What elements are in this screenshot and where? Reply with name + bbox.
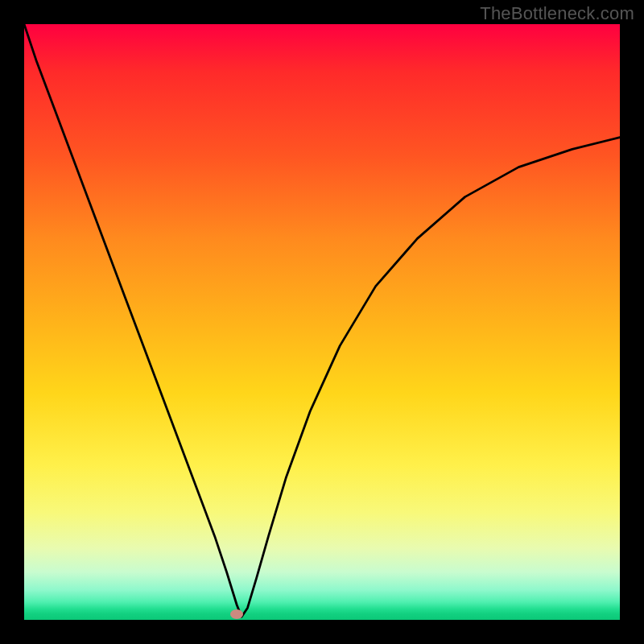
- watermark-text: TheBottleneck.com: [480, 3, 634, 24]
- chart-svg: [24, 24, 620, 620]
- optimum-marker: [230, 609, 243, 619]
- chart-frame: [24, 24, 620, 620]
- bottleneck-curve: [24, 24, 620, 617]
